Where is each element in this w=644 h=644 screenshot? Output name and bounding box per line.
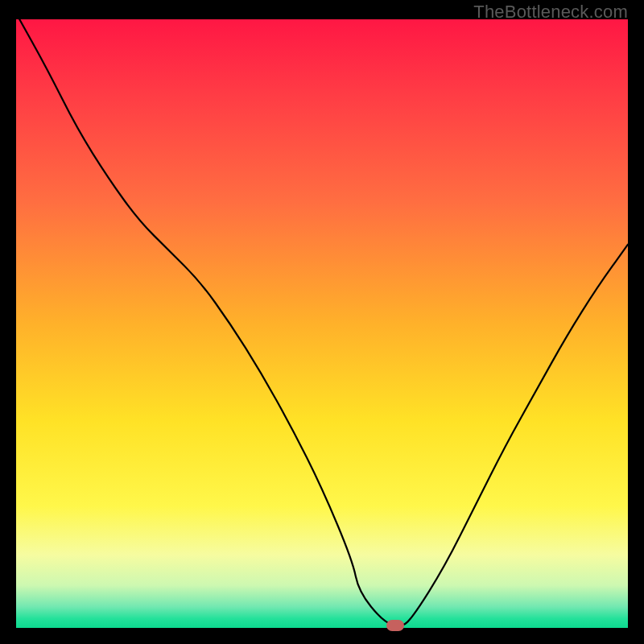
plot-area (16, 19, 628, 628)
chart-frame: TheBottleneck.com (0, 0, 644, 644)
chart-svg (16, 19, 628, 628)
optimal-point-marker (386, 620, 404, 631)
bottleneck-curve (16, 19, 628, 625)
